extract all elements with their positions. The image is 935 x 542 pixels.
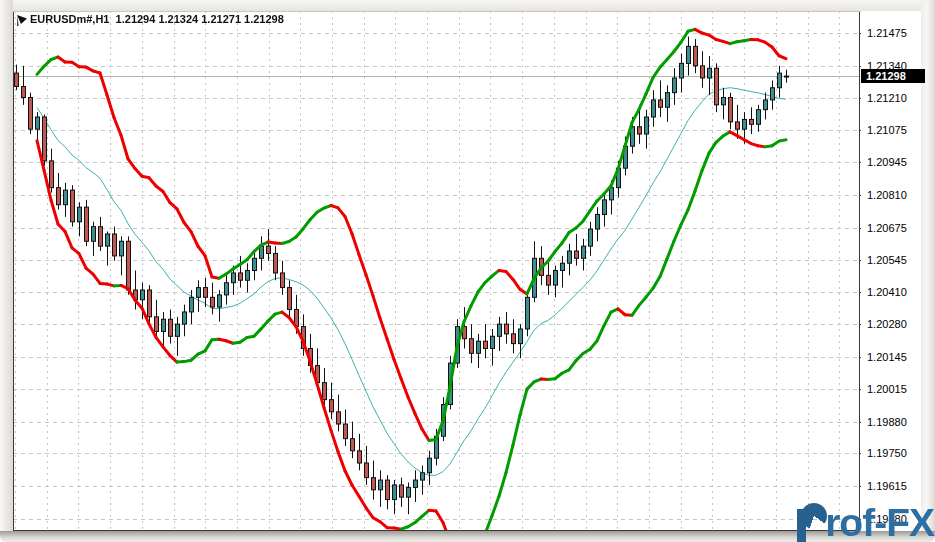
window-border-top bbox=[0, 0, 935, 12]
price-axis-label: 1.20545 bbox=[867, 253, 921, 267]
window-border-left bbox=[0, 0, 13, 532]
price-axis-label: 1.20675 bbox=[867, 221, 921, 235]
price-axis-label: 1.20810 bbox=[867, 188, 921, 202]
price-axis-label: 1.19750 bbox=[867, 446, 921, 460]
ohlc-quote: 1.21294 1.21324 1.21271 1.21298 bbox=[116, 13, 284, 25]
chart-window: EURUSDm#,H1 1.21294 1.21324 1.21271 1.21… bbox=[0, 0, 935, 542]
price-axis-label: 1.20410 bbox=[867, 285, 921, 299]
watermark-text: rof-FX bbox=[825, 501, 934, 542]
price-pointer-icon bbox=[15, 13, 28, 26]
price-chart-canvas[interactable] bbox=[0, 0, 935, 542]
symbol-timeframe: EURUSDm#,H1 bbox=[30, 13, 109, 25]
price-axis-label: 1.21075 bbox=[867, 123, 921, 137]
price-axis-label: 1.19880 bbox=[867, 415, 921, 429]
watermark: rof-FX bbox=[795, 501, 934, 542]
watermark-logo-p bbox=[795, 503, 825, 542]
price-axis-label: 1.20015 bbox=[867, 382, 921, 396]
price-axis-label: 1.21475 bbox=[867, 26, 921, 40]
current-price-tag: 1.21298 bbox=[861, 69, 925, 83]
quote-header: EURUSDm#,H1 1.21294 1.21324 1.21271 1.21… bbox=[30, 13, 284, 25]
price-axis-label: 1.19615 bbox=[867, 479, 921, 493]
price-axis-label: 1.20280 bbox=[867, 317, 921, 331]
price-axis-label: 1.21210 bbox=[867, 91, 921, 105]
price-axis-label: 1.20145 bbox=[867, 350, 921, 364]
price-axis-label: 1.20945 bbox=[867, 155, 921, 169]
